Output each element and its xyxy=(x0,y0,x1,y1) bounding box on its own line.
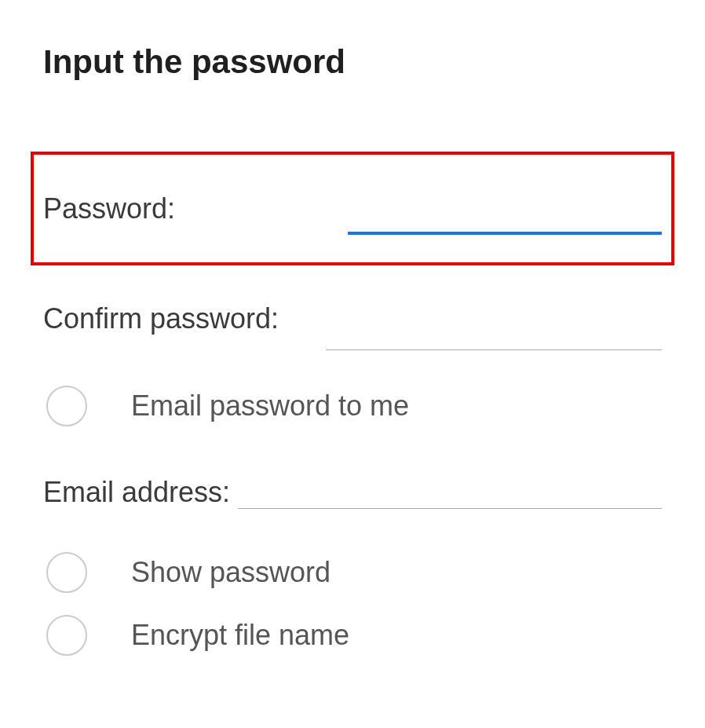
dialog-title: Input the password xyxy=(43,43,662,81)
password-input-wrap xyxy=(348,192,662,235)
email-address-label: Email address: xyxy=(43,476,230,509)
confirm-password-label: Confirm password: xyxy=(43,302,279,335)
encrypt-filename-radio[interactable] xyxy=(46,615,87,656)
show-password-label[interactable]: Show password xyxy=(131,556,331,589)
email-password-radio[interactable] xyxy=(46,386,87,426)
encrypt-filename-row: Encrypt file name xyxy=(43,615,662,656)
password-input[interactable] xyxy=(348,192,662,235)
encrypt-filename-label[interactable]: Encrypt file name xyxy=(131,619,349,652)
email-address-input-wrap xyxy=(238,468,662,509)
confirm-password-input-wrap xyxy=(326,309,662,350)
password-label: Password: xyxy=(43,192,175,225)
confirm-password-input[interactable] xyxy=(326,309,662,350)
email-address-row: Email address: xyxy=(43,446,662,509)
email-password-label[interactable]: Email password to me xyxy=(131,390,409,423)
confirm-password-row: Confirm password: xyxy=(43,287,662,350)
password-row-highlight: Password: xyxy=(31,152,674,265)
email-password-row: Email password to me xyxy=(43,386,662,426)
email-address-input[interactable] xyxy=(238,468,662,509)
show-password-row: Show password xyxy=(43,552,662,593)
show-password-radio[interactable] xyxy=(46,552,87,593)
